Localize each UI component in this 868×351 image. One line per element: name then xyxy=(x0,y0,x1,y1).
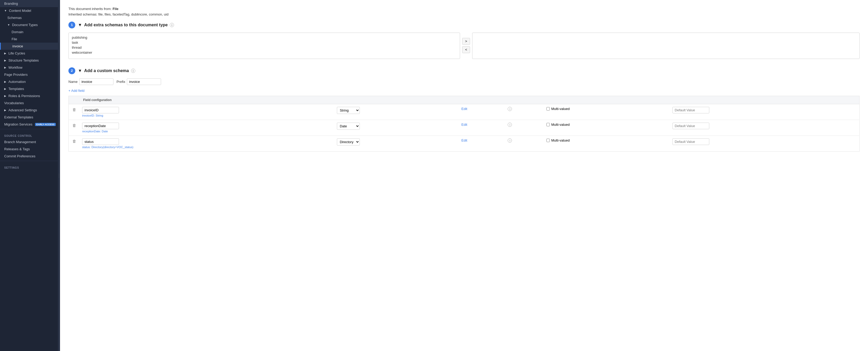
field-type-select-0[interactable]: StringIntegerBooleanDateDirectoryComplex… xyxy=(337,107,360,114)
schema-item-webcontainer[interactable]: webcontainer xyxy=(71,50,458,55)
sidebar-item-migration-services[interactable]: Migration Services EARLY ACCESS xyxy=(0,121,58,128)
section2-title: ▼ Add a custom schema i xyxy=(78,68,135,73)
field-info-icon-0[interactable]: i xyxy=(508,107,512,111)
automation-label: Automation xyxy=(8,80,26,84)
field-edit-link-2[interactable]: Edit xyxy=(461,138,467,142)
roles-label: Roles & Permissions xyxy=(8,94,40,98)
field-type-select-1[interactable]: StringIntegerBooleanDateDirectoryComplex… xyxy=(337,123,360,130)
advanced-settings-label: Advanced Settings xyxy=(8,108,37,112)
branding-label: Branding xyxy=(4,2,18,5)
col-field-config: Field configuration xyxy=(80,96,860,104)
schema-item-task[interactable]: task xyxy=(71,40,458,45)
field-name-input-2[interactable] xyxy=(82,138,119,145)
section1-info-icon[interactable]: i xyxy=(170,23,174,27)
early-access-badge: EARLY ACCESS xyxy=(35,123,56,126)
sidebar-item-commit-preferences[interactable]: Commit Preferences xyxy=(0,153,58,160)
sidebar-item-advanced-settings[interactable]: ▶ Advanced Settings xyxy=(0,106,58,114)
move-right-button[interactable]: > xyxy=(462,38,470,45)
field-info-icon-1[interactable]: i xyxy=(508,123,512,127)
field-row-2: 🗑status: Directory(directory=VOC_status)… xyxy=(69,135,860,151)
sidebar-item-vocabularies[interactable]: Vocabularies xyxy=(0,99,58,106)
section1-title-text: Add extra schemas to this document type xyxy=(84,23,168,27)
field-name-input-1[interactable] xyxy=(82,123,119,129)
move-left-button[interactable]: < xyxy=(462,46,470,53)
content-model-label: Content Model xyxy=(9,9,31,12)
branch-management-label: Branch Management xyxy=(4,140,36,144)
fields-table: Field configuration 🗑invoiceID: StringSt… xyxy=(68,96,860,152)
advanced-settings-caret: ▶ xyxy=(4,109,6,111)
field-info-icon-2[interactable]: i xyxy=(508,138,512,142)
inherited-schemas-prefix: Inherited schemas: xyxy=(68,12,97,16)
source-control-header: SOURCE CONTROL xyxy=(0,132,58,138)
workflow-label: Workflow xyxy=(8,65,22,69)
sidebar: Branding ▼ Content Model Schemas ▼ Docum… xyxy=(0,0,58,351)
templates-caret: ▶ xyxy=(4,87,6,90)
schema-arrows: > < xyxy=(462,33,470,53)
schema-prefix-input[interactable] xyxy=(127,78,161,85)
field-multi-label-0: Multi-valued xyxy=(551,107,569,111)
sidebar-item-invoice[interactable]: invoice xyxy=(0,43,58,50)
available-schemas-list[interactable]: publishing task thread webcontainer xyxy=(68,33,460,59)
field-default-input-2[interactable] xyxy=(673,138,709,145)
sidebar-item-document-types[interactable]: ▼ Document Types xyxy=(0,21,58,28)
delete-field-button-0[interactable]: 🗑 xyxy=(71,107,78,113)
schema-name-input[interactable] xyxy=(79,78,114,85)
section1-header: 1 ▼ Add extra schemas to this document t… xyxy=(68,22,860,28)
name-label: Name xyxy=(68,80,78,84)
sidebar-item-file[interactable]: File xyxy=(0,35,58,43)
col-delete xyxy=(69,96,80,104)
delete-field-button-1[interactable]: 🗑 xyxy=(71,123,78,128)
resize-handle[interactable]: ⋮ xyxy=(58,0,60,351)
sidebar-item-domain[interactable]: Domain xyxy=(0,28,58,35)
sidebar-item-schemas[interactable]: Schemas xyxy=(0,14,58,21)
sidebar-item-templates[interactable]: ▶ Templates xyxy=(0,85,58,92)
settings-header: SETTINGS xyxy=(0,164,58,170)
delete-field-button-2[interactable]: 🗑 xyxy=(71,138,78,144)
doc-types-caret: ▼ xyxy=(7,24,10,26)
selected-schemas-list[interactable] xyxy=(472,33,860,59)
structure-templates-label: Structure Templates xyxy=(8,58,39,62)
file-label: File xyxy=(11,37,17,41)
sidebar-item-page-providers[interactable]: Page Providers xyxy=(0,71,58,78)
section-extra-schemas: 1 ▼ Add extra schemas to this document t… xyxy=(68,22,860,59)
roles-caret: ▶ xyxy=(4,94,6,97)
sidebar-item-external-templates[interactable]: External Templates xyxy=(0,114,58,121)
section2-info-icon[interactable]: i xyxy=(131,69,135,73)
sidebar-item-releases-tags[interactable]: Releases & Tags xyxy=(0,146,58,153)
inherit-info: This document inherits from: File Inheri… xyxy=(68,6,860,18)
schema-container: publishing task thread webcontainer > < xyxy=(68,33,860,59)
name-group: Name xyxy=(68,78,114,85)
sidebar-item-workflow[interactable]: ▶ Workflow xyxy=(0,64,58,71)
field-multi-checkbox-2[interactable] xyxy=(547,139,550,142)
step2-badge: 2 xyxy=(68,67,75,74)
domain-label: Domain xyxy=(11,30,24,34)
schema-item-publishing[interactable]: publishing xyxy=(71,35,458,40)
automation-caret: ▶ xyxy=(4,80,6,83)
prefix-group: Prefix xyxy=(117,78,161,85)
schema-item-thread[interactable]: thread xyxy=(71,45,458,50)
add-field-button[interactable]: + Add field xyxy=(68,89,85,93)
life-cycles-caret: ▶ xyxy=(4,52,6,55)
sidebar-item-automation[interactable]: ▶ Automation xyxy=(0,78,58,85)
field-edit-link-0[interactable]: Edit xyxy=(461,107,467,111)
document-types-label: Document Types xyxy=(12,23,38,27)
sidebar-item-life-cycles[interactable]: ▶ Life Cycles xyxy=(0,50,58,57)
sidebar-item-branding[interactable]: Branding xyxy=(0,0,58,7)
sidebar-item-branch-management[interactable]: Branch Management xyxy=(0,138,58,146)
sidebar-item-structure-templates[interactable]: ▶ Structure Templates xyxy=(0,57,58,64)
inherit-prefix: This document inherits from: xyxy=(68,7,112,11)
field-multi-label-2: Multi-valued xyxy=(551,138,569,142)
invoice-label: invoice xyxy=(12,44,23,48)
field-default-input-1[interactable] xyxy=(673,123,709,129)
sidebar-item-roles-permissions[interactable]: ▶ Roles & Permissions xyxy=(0,92,58,99)
field-type-select-2[interactable]: StringIntegerBooleanDateDirectoryComplex… xyxy=(337,138,360,146)
field-default-input-0[interactable] xyxy=(673,107,709,114)
field-edit-link-1[interactable]: Edit xyxy=(461,123,467,127)
field-hint-2: status: Directory(directory=VOC_status) xyxy=(82,145,333,149)
field-multi-checkbox-0[interactable] xyxy=(547,107,550,110)
page-providers-label: Page Providers xyxy=(4,73,28,76)
sidebar-item-content-model[interactable]: ▼ Content Model xyxy=(0,7,58,14)
field-name-input-0[interactable] xyxy=(82,107,119,114)
field-multi-checkbox-1[interactable] xyxy=(547,123,550,126)
section2-title-text: Add a custom schema xyxy=(84,68,129,73)
